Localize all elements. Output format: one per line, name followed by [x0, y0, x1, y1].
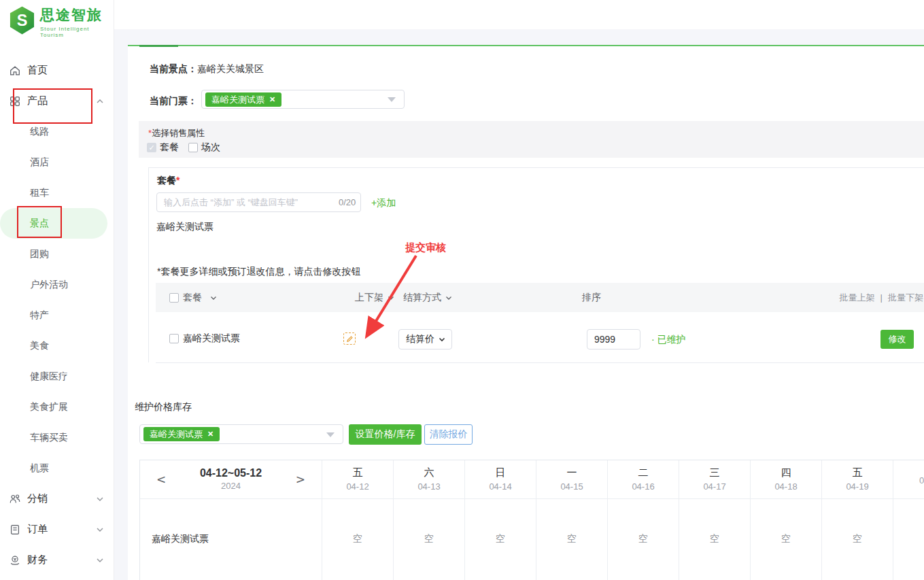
weekday-label: 五 — [353, 466, 363, 479]
sidebar-item-finance[interactable]: 财务 — [0, 545, 114, 575]
sidebar-item-specialty[interactable]: 特产 — [0, 300, 114, 330]
date-label: 04-17 — [703, 481, 725, 492]
package-checkbox[interactable]: ✓ — [147, 143, 156, 152]
current-ticket-select[interactable]: 嘉峪关测试票 ✕ — [201, 90, 405, 109]
sidebar-item-label: 美食扩展 — [30, 401, 68, 413]
sidebar-item-hotel[interactable]: 酒店 — [0, 147, 114, 177]
package-item-name: 嘉峪关测试票 — [156, 221, 213, 233]
modify-button[interactable]: 修改 — [880, 330, 914, 349]
day-header[interactable]: 五 04-19 — [822, 460, 893, 499]
check-icon: ✓ — [148, 144, 154, 152]
day-header[interactable]: 五 04-12 — [322, 460, 393, 499]
batch-on-link[interactable]: 批量上架 — [840, 292, 875, 304]
price-cell[interactable]: 空 — [322, 499, 393, 580]
col-package: 套餐 — [183, 292, 202, 304]
weekday-label: 三 — [710, 466, 720, 479]
price-cell[interactable] — [893, 499, 924, 580]
sidebar-item-vehicle-sale[interactable]: 车辆买卖 — [0, 422, 114, 453]
sales-attr-checkboxes: ✓ 套餐 场次 — [147, 141, 220, 154]
chevron-up-icon — [95, 97, 105, 106]
package-panel: 套餐* 0/20 +添加 嘉峪关测试票 提交审核 *套餐更多详细或预订退改信息，… — [148, 167, 924, 362]
sidebar-item-outdoor[interactable]: 户外活动 — [0, 269, 114, 300]
price-cell[interactable]: 空 — [536, 499, 607, 580]
sidebar-item-food[interactable]: 美食 — [0, 330, 114, 361]
tag-close-icon[interactable]: ✕ — [269, 96, 275, 103]
package-label-text: 套餐 — [157, 175, 176, 186]
price-cell[interactable]: 空 — [822, 499, 893, 580]
sidebar-item-order[interactable]: 订单 — [0, 514, 114, 545]
day-header[interactable]: 三 04-17 — [679, 460, 750, 499]
package-note: *套餐更多详细或预订退改信息，请点击修改按钮 — [157, 266, 360, 278]
sidebar: S 思途智旅 Stour Intelligent Tourism 首页 产品 — [0, 0, 114, 580]
sidebar-item-flight[interactable]: 机票 — [0, 453, 114, 483]
sidebar-item-distribution[interactable]: 分销 — [0, 483, 114, 514]
row-package-name: 嘉峪关测试票 — [183, 332, 240, 345]
calendar-day-column: 六 04-13 空 — [394, 460, 465, 580]
row-checkbox[interactable] — [169, 334, 179, 343]
prev-range-button[interactable]: < — [156, 473, 166, 486]
day-header[interactable]: 六 04-13 — [394, 460, 464, 499]
sales-attr-section: *选择销售属性 ✓ 套餐 场次 — [139, 121, 924, 158]
calendar-day-column: 五 04-19 空 — [822, 460, 893, 580]
sidebar-item-home[interactable]: 首页 — [0, 55, 114, 86]
date-label: 04-16 — [632, 481, 654, 492]
sales-attr-title: *选择销售属性 — [148, 127, 205, 139]
sidebar-item-group-buy[interactable]: 团购 — [0, 239, 114, 269]
sidebar-item-product[interactable]: 产品 — [0, 86, 114, 116]
tag-close-icon[interactable]: ✕ — [207, 430, 213, 438]
weekday-label: 一 — [567, 466, 577, 479]
price-section-title: 维护价格库存 — [135, 401, 192, 413]
price-cell[interactable]: 空 — [465, 499, 536, 580]
sidebar-item-health[interactable]: 健康医疗 — [0, 361, 114, 392]
sidebar-item-label: 财务 — [27, 553, 48, 566]
price-cell[interactable]: 空 — [394, 499, 464, 580]
batch-actions: 批量上架 | 批量下架 — [840, 292, 923, 304]
calendar-day-column-clipped: 0 — [893, 460, 924, 580]
chevron-down-icon[interactable] — [445, 294, 453, 302]
add-package-link[interactable]: +添加 — [371, 197, 396, 209]
brand-title: 思途智旅 — [40, 5, 114, 24]
finance-icon — [8, 553, 22, 567]
current-ticket-label-wrap: 当前门票： — [150, 95, 197, 107]
table-row: 嘉峪关测试票 结算价 · 已维护 修改 — [156, 312, 924, 363]
card-top-line — [128, 45, 924, 46]
sidebar-item-label: 健康医疗 — [30, 371, 68, 383]
page-bg-band — [114, 29, 924, 45]
active-tab-indicator — [139, 45, 178, 47]
day-header[interactable]: 二 04-16 — [608, 460, 679, 499]
sidebar-item-food-ext[interactable]: 美食扩展 — [0, 392, 114, 422]
brand-logo: S 思途智旅 Stour Intelligent Tourism — [8, 5, 114, 38]
set-price-button[interactable]: 设置价格/库存 — [349, 424, 422, 445]
price-cell[interactable]: 空 — [608, 499, 679, 580]
price-cell[interactable]: 空 — [751, 499, 821, 580]
weekday-label: 五 — [853, 466, 863, 479]
day-header[interactable]: 日 04-14 — [465, 460, 536, 499]
sort-input[interactable] — [587, 329, 640, 349]
sidebar-item-routes[interactable]: 线路 — [0, 116, 114, 147]
calendar-product-cell: 嘉峪关测试票 — [140, 499, 322, 580]
next-range-button[interactable]: > — [296, 473, 305, 486]
day-header[interactable]: 0 — [893, 460, 924, 499]
weekday-label: 六 — [424, 466, 434, 479]
sidebar-item-car-rental[interactable]: 租车 — [0, 177, 114, 208]
day-header[interactable]: 四 04-18 — [751, 460, 821, 499]
package-name-input[interactable] — [156, 192, 361, 212]
select-all-checkbox[interactable] — [169, 293, 179, 303]
price-cell[interactable]: 空 — [679, 499, 750, 580]
sidebar-item-label: 特产 — [30, 309, 49, 322]
char-counter: 0/20 — [339, 197, 356, 207]
clear-quote-button[interactable]: 清除报价 — [424, 424, 473, 445]
calendar-day-column: 五 04-12 空 — [322, 460, 394, 580]
date-label: 04-15 — [560, 481, 583, 492]
sidebar-item-label: 租车 — [30, 187, 49, 199]
day-header[interactable]: 一 04-15 — [536, 460, 607, 499]
required-star: * — [176, 175, 179, 186]
weekday-label: 四 — [781, 466, 791, 479]
weekday-label: 日 — [496, 466, 506, 479]
session-checkbox[interactable] — [188, 143, 198, 152]
price-ticket-select[interactable]: 嘉峪关测试票 ✕ — [139, 424, 343, 444]
grid-icon — [8, 95, 22, 108]
batch-off-link[interactable]: 批量下架 — [888, 292, 923, 304]
chevron-down-icon[interactable] — [209, 294, 218, 302]
sidebar-item-scenic-spot[interactable]: 景点 — [0, 208, 114, 239]
